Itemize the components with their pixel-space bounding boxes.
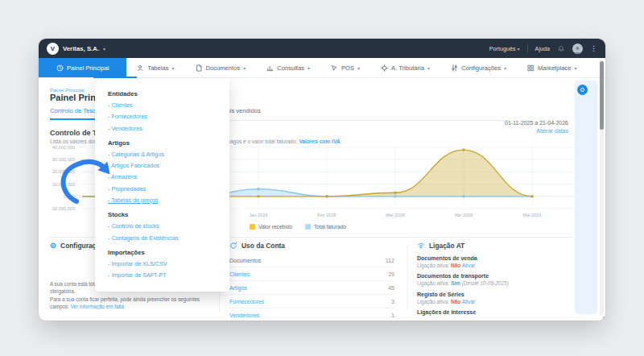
- dropdown-section-stocks: Stocks: [108, 211, 217, 218]
- top-bar: V Veritas, S.A. ▾ Português ▾ Ajuda ⋮: [39, 39, 605, 58]
- at-title: Ligação AT: [429, 242, 464, 250]
- legend-swatch-yellow: [250, 224, 255, 230]
- date-range: 01-11-2025 a 21-04-2026: [505, 120, 568, 126]
- menu-item-fornecedores[interactable]: Fornecedores: [108, 114, 217, 120]
- at-card: Ligação AT Documentos de venda Ligação a…: [417, 242, 570, 315]
- main-nav: Painel Principal Tabelas▾ Documentos▾ Co…: [39, 58, 605, 78]
- at-entry-status: Ligação ativa: Não Ativar: [417, 299, 570, 304]
- legend-swatch-blue: [305, 224, 311, 230]
- scrollbar-thumb[interactable]: [600, 61, 604, 130]
- svg-text:20.000.000: 20.000.000: [52, 169, 75, 174]
- clock-icon: [56, 64, 64, 72]
- bell-icon[interactable]: [557, 44, 565, 52]
- people-icon: [137, 64, 144, 72]
- clientes-link[interactable]: Clientes: [229, 271, 250, 277]
- valores-com-iva-link[interactable]: Valores com IVA: [299, 139, 340, 144]
- usage-row: Artigos45: [229, 281, 394, 295]
- missing-info-link[interactable]: Ver informação em falta: [71, 304, 125, 309]
- svg-text:Fev 2026: Fev 2026: [317, 213, 336, 217]
- nav-item-documentos[interactable]: Documentos▾: [185, 58, 257, 77]
- avatar[interactable]: [572, 43, 583, 54]
- help-fab-button[interactable]: [577, 85, 588, 95]
- menu-item-controlo-de-stocks[interactable]: Controlo de stocks: [108, 223, 217, 230]
- at-entry-name: Documentos de venda: [417, 255, 570, 261]
- company-logo: V: [47, 43, 59, 55]
- scrollbar[interactable]: [600, 60, 604, 316]
- breadcrumb[interactable]: Painel Principal: [50, 87, 85, 93]
- svg-text:Abr 2026: Abr 2026: [455, 213, 473, 217]
- language-selector[interactable]: Português ▾: [489, 45, 520, 52]
- nav-item-pos[interactable]: POS▾: [320, 58, 370, 77]
- at-entry-name: Registo de Séries: [417, 292, 570, 297]
- nav-item-configuracoes[interactable]: Configurações▾: [440, 58, 517, 77]
- document-icon: [196, 64, 203, 72]
- wifi-icon: [417, 242, 425, 250]
- active-menu-indicator: [93, 77, 137, 79]
- menu-item-artigos-fabricados[interactable]: Artigos Fabricados: [108, 163, 217, 169]
- change-dates-link[interactable]: Alterar datas: [505, 128, 568, 134]
- chevron-down-icon: ▾: [103, 46, 105, 52]
- dropdown-section-importacoes: Importações: [108, 249, 217, 256]
- usage-card: Uso da Conta Documentos112 Clientes29 Ar…: [229, 242, 394, 321]
- at-entry-status: Ligação ativa: Não Ativar: [417, 263, 570, 268]
- ativar-link[interactable]: Ativar: [462, 299, 476, 304]
- menu-item-categorias-artigos[interactable]: Categorias & Artigos: [108, 151, 217, 158]
- at-entry-name: Documentos de transporte: [417, 273, 570, 279]
- artigos-link[interactable]: Artigos: [229, 285, 247, 291]
- nav-item-painel-principal[interactable]: Painel Principal: [39, 58, 126, 77]
- svg-text:Jan 2026: Jan 2026: [249, 213, 267, 217]
- chevron-down-icon: ▾: [357, 65, 360, 71]
- vendedores-link[interactable]: Vendedores: [229, 313, 259, 318]
- at-entry-name: Ligações de Interesse: [417, 309, 570, 315]
- grid-icon: [527, 64, 535, 72]
- chevron-down-icon: ▾: [308, 65, 310, 71]
- svg-text:Mar 2026: Mar 2026: [386, 213, 405, 217]
- company-selector[interactable]: V Veritas, S.A. ▾: [47, 43, 105, 55]
- menu-item-importar-saft-pt[interactable]: Importar de SAFT-PT: [108, 272, 217, 279]
- refresh-icon: [229, 242, 237, 250]
- tabelas-dropdown: Entidades Clientes Fornecedores Vendedor…: [95, 78, 229, 292]
- menu-item-contagens-existencias[interactable]: Contagens de Existências: [108, 235, 217, 242]
- svg-text:10.000.000: 10.000.000: [52, 182, 75, 187]
- nav-item-marketplace[interactable]: Marketplace▾: [517, 58, 587, 77]
- gear-icon: ⚙: [50, 242, 56, 250]
- scroll-down-arrow-icon[interactable]: ▾: [602, 315, 605, 320]
- legend-total-faturado: Total faturado: [305, 224, 346, 230]
- app-window: V Veritas, S.A. ▾ Português ▾ Ajuda ⋮ Pa…: [39, 39, 605, 321]
- pos-pointer-icon: [331, 64, 338, 72]
- legend-valor-recebido: Valor recebido: [250, 224, 292, 230]
- sliders-icon: [451, 64, 458, 72]
- usage-row: Documentos112: [229, 254, 394, 267]
- help-link[interactable]: Ajuda: [535, 45, 550, 52]
- svg-text:Mai 2026: Mai 2026: [522, 213, 541, 217]
- menu-item-vendedores[interactable]: Vendedores: [108, 126, 217, 132]
- nav-item-a-tributaria[interactable]: A. Tributária▾: [370, 58, 440, 77]
- fornecedores-link[interactable]: Fornecedores: [229, 299, 264, 304]
- target-icon: [381, 64, 388, 72]
- chevron-down-icon: ▾: [504, 65, 506, 71]
- chevron-down-icon: ▾: [427, 65, 430, 71]
- menu-item-tabelas-de-precos[interactable]: Tabelas de preços: [108, 197, 217, 204]
- topbar-actions: Português ▾ Ajuda ⋮: [489, 43, 597, 54]
- fab-icon: [580, 88, 584, 92]
- at-entry-status: Ligação ativa: Sim (Desde 10-09-2025): [417, 280, 570, 286]
- usage-title: Uso da Conta: [242, 242, 285, 250]
- chevron-down-icon: ▾: [518, 47, 520, 52]
- menu-item-propriedades[interactable]: Propriedades: [108, 186, 217, 192]
- divider: [407, 243, 408, 311]
- menu-item-armazens[interactable]: Armazéns: [108, 174, 217, 180]
- svg-text:-10.000.000: -10.000.000: [51, 206, 75, 211]
- company-name: Veritas, S.A.: [63, 45, 99, 52]
- nav-item-consultas[interactable]: Consultas▾: [256, 58, 320, 77]
- svg-text:0.000: 0.000: [64, 194, 75, 199]
- menu-item-importar-xls-csv[interactable]: Importar de XLS/CSV: [108, 261, 217, 267]
- dropdown-section-entidades: Entidades: [108, 90, 217, 97]
- ativar-link[interactable]: Ativar: [462, 263, 476, 268]
- dropdown-section-artigos: Artigos: [108, 139, 217, 147]
- kebab-menu-icon[interactable]: ⋮: [590, 44, 597, 52]
- right-panel-strip: [575, 81, 597, 314]
- usage-row: Vendedores1: [229, 308, 394, 321]
- menu-item-clientes[interactable]: Clientes: [108, 102, 217, 109]
- svg-text:30.000.000: 30.000.000: [52, 157, 75, 162]
- nav-item-tabelas[interactable]: Tabelas▾: [126, 58, 184, 77]
